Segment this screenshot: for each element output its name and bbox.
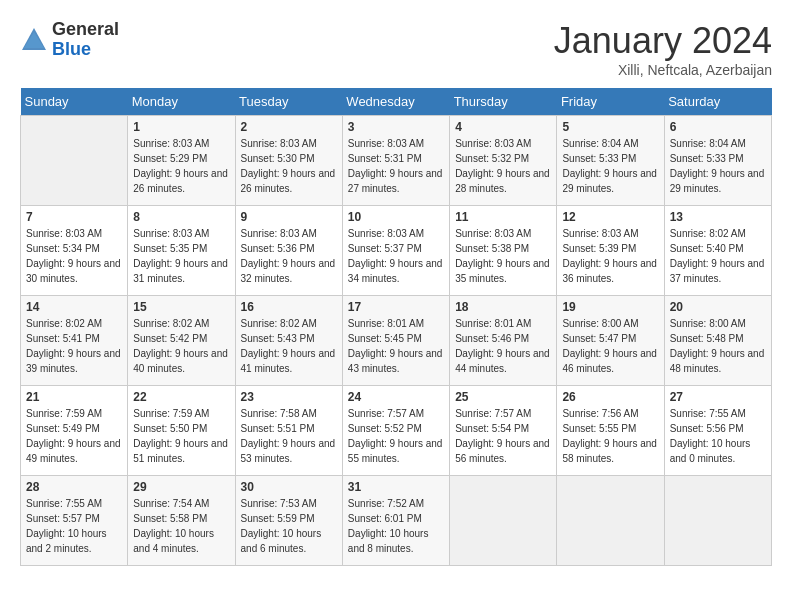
sunset: Sunset: 5:59 PM: [241, 513, 315, 524]
daylight: Daylight: 9 hours and 58 minutes.: [562, 438, 657, 464]
sunrise: Sunrise: 7:55 AM: [670, 408, 746, 419]
daylight: Daylight: 9 hours and 29 minutes.: [562, 168, 657, 194]
day-info: Sunrise: 7:58 AM Sunset: 5:51 PM Dayligh…: [241, 406, 337, 466]
daylight: Daylight: 9 hours and 35 minutes.: [455, 258, 550, 284]
calendar-cell: 13 Sunrise: 8:02 AM Sunset: 5:40 PM Dayl…: [664, 206, 771, 296]
sunrise: Sunrise: 8:03 AM: [562, 228, 638, 239]
day-number: 2: [241, 120, 337, 134]
calendar-week-row: 14 Sunrise: 8:02 AM Sunset: 5:41 PM Dayl…: [21, 296, 772, 386]
calendar-table: SundayMondayTuesdayWednesdayThursdayFrid…: [20, 88, 772, 566]
day-info: Sunrise: 8:03 AM Sunset: 5:34 PM Dayligh…: [26, 226, 122, 286]
sunrise: Sunrise: 8:02 AM: [241, 318, 317, 329]
daylight: Daylight: 9 hours and 34 minutes.: [348, 258, 443, 284]
day-number: 21: [26, 390, 122, 404]
day-number: 12: [562, 210, 658, 224]
day-info: Sunrise: 7:59 AM Sunset: 5:50 PM Dayligh…: [133, 406, 229, 466]
weekday-header: Friday: [557, 88, 664, 116]
day-number: 15: [133, 300, 229, 314]
day-info: Sunrise: 8:04 AM Sunset: 5:33 PM Dayligh…: [562, 136, 658, 196]
sunset: Sunset: 5:57 PM: [26, 513, 100, 524]
daylight: Daylight: 10 hours and 0 minutes.: [670, 438, 751, 464]
calendar-cell: 17 Sunrise: 8:01 AM Sunset: 5:45 PM Dayl…: [342, 296, 449, 386]
day-number: 5: [562, 120, 658, 134]
calendar-cell: 14 Sunrise: 8:02 AM Sunset: 5:41 PM Dayl…: [21, 296, 128, 386]
page-header: General Blue January 2024 Xilli, Neftcal…: [20, 20, 772, 78]
sunset: Sunset: 5:35 PM: [133, 243, 207, 254]
daylight: Daylight: 9 hours and 44 minutes.: [455, 348, 550, 374]
day-info: Sunrise: 8:03 AM Sunset: 5:30 PM Dayligh…: [241, 136, 337, 196]
sunrise: Sunrise: 7:57 AM: [455, 408, 531, 419]
daylight: Daylight: 9 hours and 31 minutes.: [133, 258, 228, 284]
day-info: Sunrise: 8:02 AM Sunset: 5:41 PM Dayligh…: [26, 316, 122, 376]
calendar-cell: 18 Sunrise: 8:01 AM Sunset: 5:46 PM Dayl…: [450, 296, 557, 386]
daylight: Daylight: 9 hours and 41 minutes.: [241, 348, 336, 374]
daylight: Daylight: 9 hours and 28 minutes.: [455, 168, 550, 194]
sunrise: Sunrise: 8:03 AM: [455, 138, 531, 149]
daylight: Daylight: 9 hours and 32 minutes.: [241, 258, 336, 284]
day-number: 29: [133, 480, 229, 494]
day-number: 24: [348, 390, 444, 404]
calendar-header: SundayMondayTuesdayWednesdayThursdayFrid…: [21, 88, 772, 116]
daylight: Daylight: 9 hours and 40 minutes.: [133, 348, 228, 374]
daylight: Daylight: 9 hours and 30 minutes.: [26, 258, 121, 284]
logo-blue-text: Blue: [52, 39, 91, 59]
sunrise: Sunrise: 7:57 AM: [348, 408, 424, 419]
calendar-cell: [450, 476, 557, 566]
sunrise: Sunrise: 8:04 AM: [562, 138, 638, 149]
daylight: Daylight: 9 hours and 39 minutes.: [26, 348, 121, 374]
sunrise: Sunrise: 8:03 AM: [133, 228, 209, 239]
calendar-cell: 22 Sunrise: 7:59 AM Sunset: 5:50 PM Dayl…: [128, 386, 235, 476]
calendar-cell: 16 Sunrise: 8:02 AM Sunset: 5:43 PM Dayl…: [235, 296, 342, 386]
calendar-week-row: 1 Sunrise: 8:03 AM Sunset: 5:29 PM Dayli…: [21, 116, 772, 206]
sunrise: Sunrise: 8:01 AM: [455, 318, 531, 329]
calendar-cell: 24 Sunrise: 7:57 AM Sunset: 5:52 PM Dayl…: [342, 386, 449, 476]
sunrise: Sunrise: 8:02 AM: [133, 318, 209, 329]
day-info: Sunrise: 7:56 AM Sunset: 5:55 PM Dayligh…: [562, 406, 658, 466]
sunset: Sunset: 5:30 PM: [241, 153, 315, 164]
day-number: 16: [241, 300, 337, 314]
sunrise: Sunrise: 8:00 AM: [670, 318, 746, 329]
daylight: Daylight: 9 hours and 51 minutes.: [133, 438, 228, 464]
sunset: Sunset: 5:52 PM: [348, 423, 422, 434]
svg-marker-1: [24, 32, 44, 48]
daylight: Daylight: 9 hours and 56 minutes.: [455, 438, 550, 464]
day-number: 6: [670, 120, 766, 134]
sunrise: Sunrise: 8:01 AM: [348, 318, 424, 329]
weekday-header: Thursday: [450, 88, 557, 116]
calendar-week-row: 28 Sunrise: 7:55 AM Sunset: 5:57 PM Dayl…: [21, 476, 772, 566]
location: Xilli, Neftcala, Azerbaijan: [554, 62, 772, 78]
sunset: Sunset: 5:33 PM: [562, 153, 636, 164]
calendar-cell: 7 Sunrise: 8:03 AM Sunset: 5:34 PM Dayli…: [21, 206, 128, 296]
day-info: Sunrise: 8:04 AM Sunset: 5:33 PM Dayligh…: [670, 136, 766, 196]
day-number: 4: [455, 120, 551, 134]
calendar-cell: 8 Sunrise: 8:03 AM Sunset: 5:35 PM Dayli…: [128, 206, 235, 296]
month-title: January 2024: [554, 20, 772, 62]
day-number: 20: [670, 300, 766, 314]
calendar-cell: 2 Sunrise: 8:03 AM Sunset: 5:30 PM Dayli…: [235, 116, 342, 206]
sunset: Sunset: 5:50 PM: [133, 423, 207, 434]
sunset: Sunset: 5:49 PM: [26, 423, 100, 434]
calendar-week-row: 21 Sunrise: 7:59 AM Sunset: 5:49 PM Dayl…: [21, 386, 772, 476]
day-number: 25: [455, 390, 551, 404]
day-number: 10: [348, 210, 444, 224]
logo: General Blue: [20, 20, 119, 60]
sunrise: Sunrise: 7:55 AM: [26, 498, 102, 509]
logo-general-text: General: [52, 19, 119, 39]
logo-icon: [20, 26, 48, 54]
calendar-week-row: 7 Sunrise: 8:03 AM Sunset: 5:34 PM Dayli…: [21, 206, 772, 296]
day-number: 3: [348, 120, 444, 134]
day-info: Sunrise: 8:03 AM Sunset: 5:32 PM Dayligh…: [455, 136, 551, 196]
day-number: 28: [26, 480, 122, 494]
weekday-header: Saturday: [664, 88, 771, 116]
sunset: Sunset: 5:38 PM: [455, 243, 529, 254]
sunrise: Sunrise: 7:52 AM: [348, 498, 424, 509]
sunset: Sunset: 5:51 PM: [241, 423, 315, 434]
sunrise: Sunrise: 7:58 AM: [241, 408, 317, 419]
sunset: Sunset: 5:42 PM: [133, 333, 207, 344]
daylight: Daylight: 9 hours and 53 minutes.: [241, 438, 336, 464]
daylight: Daylight: 10 hours and 4 minutes.: [133, 528, 214, 554]
calendar-cell: 20 Sunrise: 8:00 AM Sunset: 5:48 PM Dayl…: [664, 296, 771, 386]
day-info: Sunrise: 8:03 AM Sunset: 5:31 PM Dayligh…: [348, 136, 444, 196]
sunrise: Sunrise: 8:03 AM: [26, 228, 102, 239]
day-number: 17: [348, 300, 444, 314]
